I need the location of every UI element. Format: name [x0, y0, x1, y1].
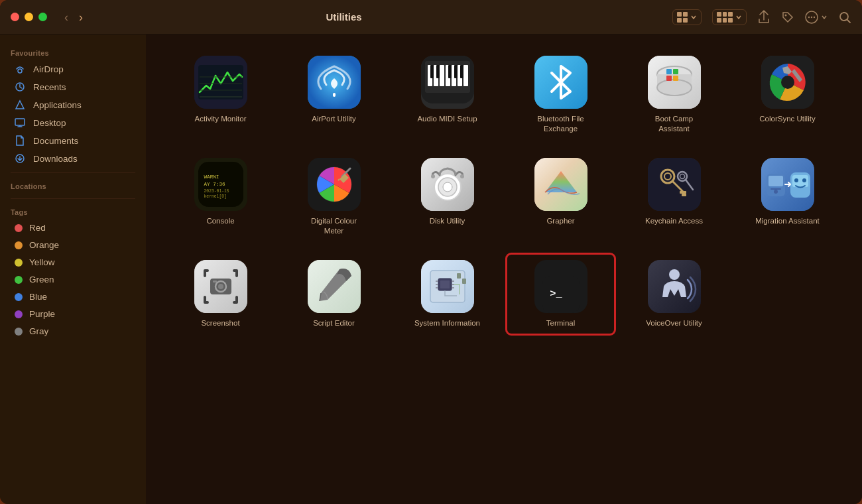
favourites-label: Favourites — [0, 45, 146, 60]
app-audio-midi-setup[interactable]: Audio MIDI Setup — [394, 50, 501, 139]
app-bluetooth-file-exchange[interactable]: Bluetooth File Exchange — [507, 50, 614, 139]
svg-rect-65 — [682, 194, 686, 196]
tag-orange-label: Orange — [29, 240, 59, 250]
disk-utility-icon — [421, 158, 474, 211]
svg-rect-72 — [770, 188, 781, 190]
sidebar-item-tag-yellow[interactable]: Yellow — [4, 254, 142, 271]
tag-blue-label: Blue — [29, 292, 47, 302]
terminal-icon: >_ — [534, 260, 587, 313]
recents-icon — [15, 82, 27, 92]
svg-rect-42 — [673, 76, 678, 81]
airdrop-icon — [15, 64, 27, 74]
svg-text:AY 7:36: AY 7:36 — [204, 182, 225, 187]
bluetooth-label: Bluetooth File Exchange — [528, 114, 594, 134]
svg-point-100 — [669, 269, 680, 280]
svg-rect-39 — [666, 69, 672, 74]
sidebar-item-tag-orange[interactable]: Orange — [4, 237, 142, 253]
colorsync-label: ColorSync Utility — [759, 114, 815, 124]
svg-rect-9 — [15, 119, 25, 125]
svg-point-58 — [460, 174, 464, 178]
sidebar: Favourites AirDrop Recents — [0, 34, 146, 504]
app-system-info[interactable]: System Information — [394, 255, 501, 334]
app-colorsync[interactable]: ColorSync Utility — [734, 50, 841, 139]
svg-rect-32 — [454, 65, 458, 78]
tag-gray-label: Gray — [29, 326, 48, 336]
system-info-label: System Information — [414, 318, 480, 328]
svg-point-4 — [814, 16, 815, 17]
system-info-icon — [421, 260, 474, 313]
script-editor-label: Script Editor — [313, 318, 355, 328]
grapher-icon — [534, 158, 587, 211]
app-boot-camp[interactable]: Boot Camp Assistant — [621, 50, 727, 139]
app-keychain[interactable]: Keychain Access — [621, 153, 727, 241]
sidebar-divider-1 — [11, 172, 135, 173]
app-digital-colour[interactable]: Digital Colour Meter — [280, 153, 387, 241]
screenshot-label: Screenshot — [201, 318, 239, 328]
sidebar-item-tag-blue[interactable]: Blue — [4, 288, 142, 305]
audio-midi-icon — [421, 56, 474, 109]
grid-view-button[interactable] — [672, 9, 702, 25]
sidebar-item-desktop[interactable]: Desktop — [4, 114, 142, 131]
app-screenshot[interactable]: Screenshot — [167, 255, 274, 334]
voiceover-label: VoiceOver Utility — [646, 318, 702, 328]
app-migration[interactable]: Migration Assistant — [734, 153, 841, 241]
svg-rect-82 — [213, 281, 217, 283]
tag-button[interactable] — [781, 11, 794, 24]
svg-point-0 — [785, 14, 787, 16]
svg-point-56 — [443, 182, 452, 192]
downloads-icon — [15, 153, 27, 164]
svg-point-77 — [802, 178, 806, 182]
sidebar-item-applications[interactable]: Applications — [4, 96, 142, 113]
app-voiceover[interactable]: VoiceOver Utility — [621, 255, 727, 334]
sidebar-divider-2 — [11, 198, 135, 199]
svg-rect-64 — [680, 191, 686, 194]
app-airport-utility[interactable]: AirPort Utility — [280, 50, 387, 139]
applications-label: Applications — [33, 100, 82, 110]
finder-window: ‹ › Utilities — [0, 0, 862, 504]
svg-text:>_: >_ — [550, 288, 562, 300]
list-view-button[interactable] — [712, 9, 747, 25]
downloads-label: Downloads — [33, 154, 78, 164]
svg-rect-24 — [440, 65, 444, 86]
sidebar-item-recents[interactable]: Recents — [4, 78, 142, 95]
activity-monitor-label: Activity Monitor — [195, 114, 247, 124]
screenshot-icon — [194, 260, 247, 313]
sidebar-item-documents[interactable]: Documents — [4, 132, 142, 149]
apps-grid: Activity Monitor — [167, 50, 841, 334]
digital-colour-icon — [308, 158, 361, 211]
search-button[interactable] — [838, 11, 851, 24]
desktop-icon — [15, 117, 27, 128]
green-dot — [15, 276, 23, 284]
share-button[interactable] — [757, 10, 770, 25]
app-script-editor[interactable]: Script Editor — [280, 255, 387, 334]
svg-point-44 — [781, 76, 794, 89]
sidebar-item-downloads[interactable]: Downloads — [4, 150, 142, 167]
migration-icon — [761, 158, 814, 211]
svg-text:WARNI: WARNI — [204, 174, 219, 180]
tag-yellow-label: Yellow — [29, 257, 55, 267]
blue-dot — [15, 293, 23, 301]
yellow-dot — [15, 259, 23, 267]
chevron-down-icon — [821, 14, 828, 21]
app-disk-utility[interactable]: Disk Utility — [394, 153, 501, 241]
more-options-button[interactable] — [805, 11, 828, 24]
purple-dot — [15, 310, 23, 318]
bluetooth-icon — [534, 56, 587, 109]
svg-point-3 — [811, 16, 812, 17]
tag-red-label: Red — [29, 223, 46, 233]
app-console[interactable]: WARNI AY 7:36 2023-01-15 kernel[0] Conso… — [167, 153, 274, 241]
sidebar-item-tag-green[interactable]: Green — [4, 271, 142, 288]
locations-label: Locations — [0, 178, 146, 193]
sidebar-item-tag-purple[interactable]: Purple — [4, 306, 142, 322]
sidebar-item-airdrop[interactable]: AirDrop — [4, 60, 142, 78]
sidebar-item-tag-red[interactable]: Red — [4, 220, 142, 236]
keychain-label: Keychain Access — [645, 216, 703, 226]
sidebar-item-tag-gray[interactable]: Gray — [4, 323, 142, 340]
app-activity-monitor[interactable]: Activity Monitor — [167, 50, 274, 139]
documents-label: Documents — [33, 136, 78, 146]
grid-icon — [677, 12, 688, 23]
app-terminal[interactable]: >_ Terminal — [507, 255, 614, 334]
app-grapher[interactable]: Grapher — [507, 153, 614, 241]
svg-rect-30 — [436, 65, 440, 78]
svg-point-76 — [794, 178, 798, 182]
